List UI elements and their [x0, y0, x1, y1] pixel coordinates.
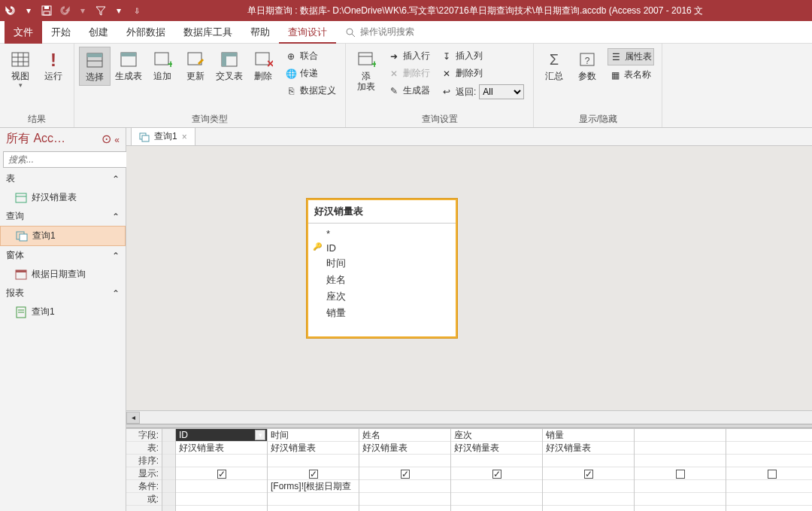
- inscol-button[interactable]: ↧插入列: [439, 48, 526, 64]
- return-select[interactable]: All: [479, 84, 524, 99]
- datadef-button[interactable]: ⎘数据定义: [283, 83, 338, 99]
- grid-criteria-cell[interactable]: [359, 480, 450, 493]
- chevron-down-icon[interactable]: ▾: [113, 5, 125, 17]
- delete-query-button[interactable]: × 删除: [247, 47, 279, 84]
- params-button[interactable]: ? 参数: [571, 47, 603, 84]
- chevron-down-icon[interactable]: ▾: [23, 5, 35, 17]
- menu-dbtools[interactable]: 数据库工具: [174, 21, 241, 44]
- nav-query-item[interactable]: 查询1: [0, 226, 126, 246]
- builder-button[interactable]: ✎生成器: [386, 83, 432, 99]
- grid-field-cell[interactable]: ID▾: [176, 429, 267, 442]
- close-icon[interactable]: ×: [182, 132, 187, 142]
- grid-sort-cell[interactable]: [451, 455, 542, 467]
- grid-field-cell[interactable]: [635, 429, 726, 442]
- table-field[interactable]: 姓名: [308, 272, 456, 288]
- grid-table-cell[interactable]: [726, 442, 812, 455]
- grid-field-cell[interactable]: [726, 429, 812, 442]
- view-button[interactable]: 视图 ▾: [5, 47, 36, 92]
- table-field[interactable]: 时间: [308, 255, 456, 272]
- grid-show-cell[interactable]: [176, 467, 267, 480]
- menu-file[interactable]: 文件: [5, 21, 42, 44]
- filter-icon[interactable]: [95, 5, 107, 17]
- nav-form-item[interactable]: 根据日期查询: [0, 265, 126, 284]
- insrow-button[interactable]: ➜插入行: [386, 48, 432, 64]
- menu-create[interactable]: 创建: [80, 21, 117, 44]
- grid-show-cell[interactable]: [268, 467, 359, 480]
- tab-query1[interactable]: 查询1 ×: [131, 127, 195, 145]
- grid-field-cell[interactable]: 时间: [268, 429, 359, 442]
- grid-column[interactable]: [635, 429, 726, 511]
- show-checkbox[interactable]: [401, 470, 410, 479]
- passthru-button[interactable]: 🌐传递: [283, 65, 338, 81]
- menu-start[interactable]: 开始: [42, 21, 80, 44]
- grid-sort-cell[interactable]: [176, 455, 267, 467]
- menu-help[interactable]: 帮助: [241, 21, 279, 44]
- grid-criteria-cell[interactable]: [Forms]![根据日期查: [268, 480, 359, 493]
- tablenames-button[interactable]: ▦表名称: [607, 67, 654, 83]
- grid-or-cell[interactable]: [635, 493, 726, 506]
- nav-section-forms[interactable]: 窗体⌃: [0, 246, 126, 265]
- nav-section-reports[interactable]: 报表⌃: [0, 284, 126, 303]
- grid-show-cell[interactable]: [635, 467, 726, 480]
- redo-icon[interactable]: [59, 5, 71, 17]
- menu-search[interactable]: 操作说明搜索: [345, 26, 414, 38]
- grid-or-cell[interactable]: [451, 493, 542, 506]
- grid-or-cell[interactable]: [268, 493, 359, 506]
- grid-criteria-cell[interactable]: [635, 480, 726, 493]
- grid-or-cell[interactable]: [359, 493, 450, 506]
- grid-criteria-cell[interactable]: [176, 480, 267, 493]
- propsheet-button[interactable]: ☰属性表: [607, 48, 654, 65]
- grid-sort-cell[interactable]: [726, 455, 812, 467]
- grid-field-cell[interactable]: 座次: [451, 429, 542, 442]
- hscrollbar[interactable]: ◂: [126, 410, 812, 424]
- grid-sort-cell[interactable]: [635, 455, 726, 467]
- query-design-surface[interactable]: 好汉销量表 * 🔑ID 时间 姓名 座次 销量: [126, 146, 812, 410]
- nav-search-input[interactable]: [3, 151, 127, 168]
- show-checkbox[interactable]: [768, 470, 777, 479]
- grid-table-cell[interactable]: 好汉销量表: [543, 442, 634, 455]
- grid-table-cell[interactable]: 好汉销量表: [359, 442, 450, 455]
- nav-title[interactable]: 所有 Acc… ⊙ «: [0, 128, 126, 150]
- grid-column[interactable]: 时间好汉销量表[Forms]![根据日期查: [268, 429, 359, 511]
- table-field[interactable]: 座次: [308, 288, 456, 305]
- menu-external[interactable]: 外部数据: [117, 21, 174, 44]
- nav-table-item[interactable]: 好汉销量表: [0, 188, 126, 207]
- grid-table-cell[interactable]: [635, 442, 726, 455]
- save-icon[interactable]: [41, 5, 53, 17]
- chevron-down-icon[interactable]: ▾: [77, 5, 89, 17]
- grid-field-cell[interactable]: 姓名: [359, 429, 450, 442]
- grid-sort-cell[interactable]: [268, 455, 359, 467]
- grid-or-cell[interactable]: [543, 493, 634, 506]
- grid-or-cell[interactable]: [726, 493, 812, 506]
- scroll-track[interactable]: [140, 412, 812, 424]
- grid-show-cell[interactable]: [359, 467, 450, 480]
- grid-column[interactable]: ID▾好汉销量表: [176, 429, 268, 511]
- chevron-down-circle-icon[interactable]: ⊙: [102, 132, 111, 145]
- addtable-button[interactable]: + 添 加表: [350, 47, 382, 95]
- table-field[interactable]: *: [308, 227, 456, 241]
- show-checkbox[interactable]: [492, 470, 501, 479]
- grid-show-cell[interactable]: [726, 467, 812, 480]
- grid-column[interactable]: [726, 429, 812, 511]
- show-checkbox[interactable]: [676, 470, 685, 479]
- run-button[interactable]: ! 运行: [38, 47, 69, 84]
- menu-querydesign[interactable]: 查询设计: [279, 21, 336, 44]
- select-query-button[interactable]: 选择: [79, 47, 111, 86]
- crosstab-button[interactable]: 交叉表: [213, 47, 246, 84]
- grid-criteria-cell[interactable]: [451, 480, 542, 493]
- grid-sort-cell[interactable]: [359, 455, 450, 467]
- grid-sort-cell[interactable]: [543, 455, 634, 467]
- table-field[interactable]: 销量: [308, 305, 456, 321]
- grid-show-cell[interactable]: [543, 467, 634, 480]
- qat-customize-icon[interactable]: ⇩: [131, 5, 143, 17]
- show-checkbox[interactable]: [309, 470, 318, 479]
- delcol-button[interactable]: ✕删除列: [439, 65, 526, 81]
- undo-icon[interactable]: [5, 5, 17, 17]
- collapse-icon[interactable]: «: [114, 135, 120, 145]
- table-field[interactable]: 🔑ID: [308, 241, 456, 255]
- show-checkbox[interactable]: [584, 470, 593, 479]
- grid-table-cell[interactable]: 好汉销量表: [268, 442, 359, 455]
- nav-section-tables[interactable]: 表⌃: [0, 169, 126, 188]
- grid-column[interactable]: 姓名好汉销量表: [359, 429, 451, 511]
- delrow-button[interactable]: ✕删除行: [386, 65, 432, 81]
